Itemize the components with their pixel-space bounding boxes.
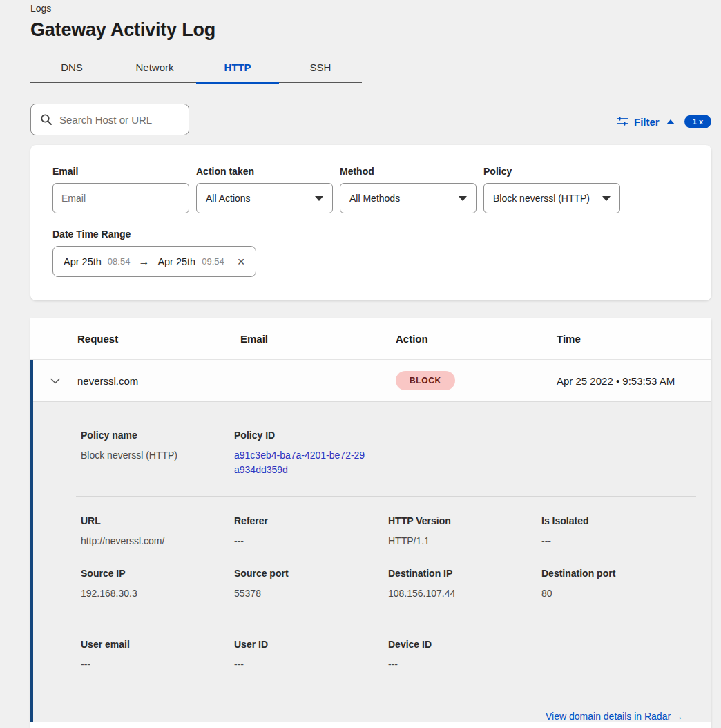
arrow-right-icon: → bbox=[673, 711, 683, 722]
device-id-field: Device ID --- bbox=[388, 639, 541, 672]
filter-panel: Email Action taken All Actions Method Al… bbox=[30, 145, 711, 300]
method-label: Method bbox=[340, 166, 477, 177]
method-value: All Methods bbox=[349, 193, 400, 204]
page-title: Gateway Activity Log bbox=[30, 19, 711, 41]
search-input[interactable] bbox=[59, 114, 180, 126]
page-content: Logs Gateway Activity Log DNS Network HT… bbox=[0, 0, 721, 728]
url-value: http://neverssl.com/ bbox=[81, 534, 234, 548]
policy-value: Block neverssl (HTTP) bbox=[493, 193, 590, 204]
breadcrumb[interactable]: Logs bbox=[30, 3, 711, 14]
device-id-label: Device ID bbox=[388, 639, 541, 650]
source-port-field: Source port 55378 bbox=[234, 568, 388, 601]
toolbar: Filter 1 x bbox=[30, 104, 711, 135]
source-port-value: 55378 bbox=[234, 586, 388, 601]
end-date[interactable]: Apr 25th bbox=[157, 256, 195, 267]
filter-controls: Filter 1 x bbox=[616, 115, 711, 135]
column-header-time: Time bbox=[557, 333, 711, 345]
divider bbox=[76, 496, 696, 497]
date-range-label: Date Time Range bbox=[52, 229, 711, 240]
policy-id-label: Policy ID bbox=[234, 430, 388, 441]
divider bbox=[76, 620, 696, 620]
is-isolated-value: --- bbox=[541, 534, 696, 548]
is-isolated-label: Is Isolated bbox=[541, 515, 696, 526]
chevron-up-icon[interactable] bbox=[666, 119, 675, 124]
policy-id-field: Policy ID a91c3eb4-ba7a-4201-be72-29a934… bbox=[234, 430, 388, 477]
method-field: Method All Methods bbox=[340, 166, 477, 213]
url-field: URL http://neverssl.com/ bbox=[81, 515, 234, 548]
tab-dns[interactable]: DNS bbox=[30, 55, 113, 82]
destination-port-label: Destination port bbox=[541, 568, 696, 579]
tab-http[interactable]: HTTP bbox=[196, 55, 279, 82]
policy-section: Policy name Block neverssl (HTTP) Policy… bbox=[81, 430, 696, 477]
email-filter-input[interactable] bbox=[52, 183, 189, 213]
email-filter-field: Email bbox=[52, 166, 189, 213]
divider bbox=[76, 691, 696, 691]
action-taken-label: Action taken bbox=[196, 166, 333, 177]
date-range-picker[interactable]: Apr 25th 08:54 → Apr 25th 09:54 ✕ bbox=[52, 246, 256, 277]
start-time[interactable]: 08:54 bbox=[108, 256, 131, 267]
http-version-label: HTTP Version bbox=[388, 515, 541, 526]
chevron-down-icon bbox=[315, 196, 323, 201]
destination-ip-field: Destination IP 108.156.107.44 bbox=[388, 568, 541, 601]
destination-port-field: Destination port 80 bbox=[541, 568, 696, 601]
source-ip-label: Source IP bbox=[81, 568, 234, 579]
http-section-row1: URL http://neverssl.com/ Referer --- HTT… bbox=[81, 515, 696, 548]
filter-fields-row: Email Action taken All Actions Method Al… bbox=[52, 166, 711, 213]
policy-id-link[interactable]: a91c3eb4-ba7a-4201-be72-29a934dd359d bbox=[234, 448, 369, 477]
policy-name-label: Policy name bbox=[81, 430, 234, 441]
policy-name-value: Block neverssl (HTTP) bbox=[81, 448, 234, 463]
activity-log-table: Request Email Action Time neverssl.com B… bbox=[30, 318, 711, 728]
end-time[interactable]: 09:54 bbox=[202, 256, 224, 267]
chevron-down-icon bbox=[459, 196, 467, 201]
filter-icon bbox=[616, 116, 628, 127]
user-id-label: User ID bbox=[234, 639, 388, 650]
destination-ip-label: Destination IP bbox=[388, 568, 541, 579]
http-version-value: HTTP/1.1 bbox=[388, 534, 541, 548]
arrow-right-icon: → bbox=[136, 256, 151, 268]
date-range-field: Date Time Range Apr 25th 08:54 → Apr 25t… bbox=[52, 229, 711, 277]
user-section: User email --- User ID --- Device ID --- bbox=[81, 639, 696, 672]
url-label: URL bbox=[81, 515, 234, 526]
referer-field: Referer --- bbox=[234, 515, 388, 548]
user-email-label: User email bbox=[81, 639, 234, 650]
is-isolated-field: Is Isolated --- bbox=[541, 515, 696, 548]
source-ip-value: 192.168.30.3 bbox=[81, 586, 234, 601]
start-date[interactable]: Apr 25th bbox=[64, 256, 102, 267]
source-port-label: Source port bbox=[234, 568, 388, 579]
radar-details-link[interactable]: View domain details in Radar → bbox=[546, 711, 683, 722]
email-filter-label: Email bbox=[52, 166, 189, 177]
search-box[interactable] bbox=[30, 104, 189, 135]
table-header: Request Email Action Time bbox=[30, 318, 711, 360]
device-id-value: --- bbox=[388, 658, 541, 672]
row-expand-toggle[interactable] bbox=[33, 378, 77, 384]
row-request: neverssl.com bbox=[77, 375, 240, 387]
method-select[interactable]: All Methods bbox=[340, 183, 477, 213]
expanded-row-container: neverssl.com BLOCK Apr 25 2022 • 9:53:53… bbox=[30, 360, 711, 722]
user-id-value: --- bbox=[234, 658, 388, 672]
radar-link-text: View domain details in Radar bbox=[546, 711, 671, 722]
tab-ssh[interactable]: SSH bbox=[279, 55, 362, 82]
policy-label: Policy bbox=[483, 166, 620, 177]
filter-toggle-button[interactable]: Filter bbox=[634, 116, 660, 128]
filter-count-badge[interactable]: 1 x bbox=[684, 115, 711, 128]
action-taken-select[interactable]: All Actions bbox=[196, 183, 333, 213]
policy-select[interactable]: Block neverssl (HTTP) bbox=[483, 183, 620, 213]
row-time: Apr 25 2022 • 9:53:53 AM bbox=[557, 375, 711, 387]
referer-value: --- bbox=[234, 534, 388, 548]
column-header-email: Email bbox=[240, 333, 396, 345]
destination-port-value: 80 bbox=[541, 586, 696, 601]
column-header-action: Action bbox=[396, 333, 557, 345]
network-section: Source IP 192.168.30.3 Source port 55378… bbox=[81, 568, 696, 601]
search-icon bbox=[40, 113, 52, 126]
table-row[interactable]: neverssl.com BLOCK Apr 25 2022 • 9:53:53… bbox=[33, 360, 711, 401]
user-id-field: User ID --- bbox=[234, 639, 388, 672]
chevron-down-icon bbox=[602, 196, 611, 201]
source-ip-field: Source IP 192.168.30.3 bbox=[81, 568, 234, 601]
tab-network[interactable]: Network bbox=[113, 55, 196, 82]
clear-date-range-icon[interactable]: ✕ bbox=[237, 256, 245, 267]
block-status-badge: BLOCK bbox=[396, 371, 455, 390]
radar-link-row: View domain details in Radar → bbox=[81, 710, 696, 722]
policy-name-field: Policy name Block neverssl (HTTP) bbox=[81, 430, 234, 477]
row-details-panel: Policy name Block neverssl (HTTP) Policy… bbox=[33, 401, 711, 722]
user-email-value: --- bbox=[81, 658, 234, 672]
